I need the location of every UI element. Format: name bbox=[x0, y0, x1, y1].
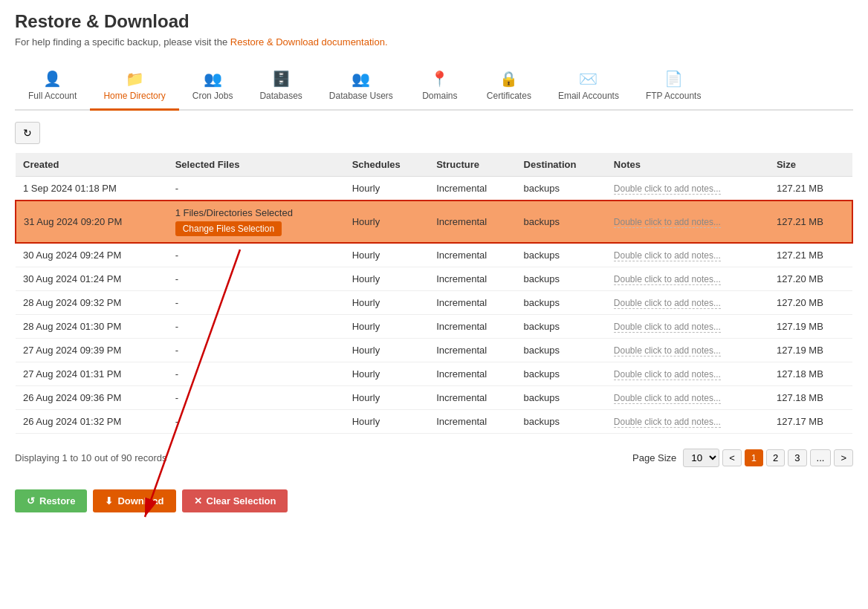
tab-database-users[interactable]: 👥Database Users bbox=[316, 62, 407, 111]
pagination-area: Displaying 1 to 10 out of 90 records Pag… bbox=[15, 445, 853, 471]
tab-home-directory[interactable]: 📁Home Directory bbox=[90, 62, 178, 111]
page-1-button[interactable]: 1 bbox=[745, 449, 763, 466]
tab-databases[interactable]: 🗄️Databases bbox=[246, 62, 315, 111]
table-row[interactable]: 26 Aug 2024 01:32 PM-HourlyIncrementalba… bbox=[16, 410, 852, 434]
notes-text[interactable]: Double click to add notes... bbox=[614, 217, 721, 228]
download-icon: ⬇ bbox=[105, 495, 113, 507]
tab-cron-jobs[interactable]: 👥Cron Jobs bbox=[179, 62, 247, 111]
ftp-accounts-icon: 📄 bbox=[664, 70, 683, 88]
cell-structure: Incremental bbox=[429, 315, 516, 339]
page-3-button[interactable]: 3 bbox=[788, 449, 806, 466]
tab-full-account[interactable]: 👤Full Account bbox=[15, 62, 90, 111]
cell-selected-files: - bbox=[168, 410, 345, 434]
cell-created: 1 Sep 2024 01:18 PM bbox=[16, 177, 168, 201]
cell-notes[interactable]: Double click to add notes... bbox=[606, 386, 769, 410]
cell-created: 28 Aug 2024 09:32 PM bbox=[16, 291, 168, 315]
database-users-label: Database Users bbox=[329, 91, 393, 101]
databases-icon: 🗄️ bbox=[272, 70, 291, 88]
cell-created: 28 Aug 2024 01:30 PM bbox=[16, 315, 168, 339]
page-2-button[interactable]: 2 bbox=[766, 449, 785, 466]
download-button[interactable]: ⬇ Download bbox=[93, 489, 175, 512]
col-selected-files: Selected Files bbox=[168, 153, 345, 177]
cell-created: 27 Aug 2024 01:31 PM bbox=[16, 362, 168, 386]
col-created: Created bbox=[16, 153, 168, 177]
table-row[interactable]: 28 Aug 2024 09:32 PM-HourlyIncrementalba… bbox=[16, 291, 852, 315]
cell-notes[interactable]: Double click to add notes... bbox=[606, 267, 769, 291]
cell-size: 127.19 MB bbox=[769, 315, 852, 339]
table-row[interactable]: 1 Sep 2024 01:18 PM-HourlyIncrementalbac… bbox=[16, 177, 852, 201]
cron-jobs-label: Cron Jobs bbox=[192, 91, 233, 101]
cell-notes[interactable]: Double click to add notes... bbox=[606, 243, 769, 267]
full-account-label: Full Account bbox=[28, 91, 77, 101]
cell-selected-files: - bbox=[168, 267, 345, 291]
cell-destination: backups bbox=[516, 315, 606, 339]
page-title: Restore & Download bbox=[15, 11, 853, 32]
cell-size: 127.18 MB bbox=[769, 362, 852, 386]
page-size-label: Page Size bbox=[632, 452, 676, 463]
notes-text[interactable]: Double click to add notes... bbox=[614, 369, 721, 380]
table-row[interactable]: 27 Aug 2024 01:31 PM-HourlyIncrementalba… bbox=[16, 362, 852, 386]
next-page-button[interactable]: > bbox=[834, 449, 853, 466]
tab-certificates[interactable]: 🔒Certificates bbox=[473, 62, 545, 111]
page-ellipsis: ... bbox=[810, 449, 832, 466]
page-size-select[interactable]: 10 25 50 bbox=[683, 449, 719, 467]
cell-notes[interactable]: Double click to add notes... bbox=[606, 339, 769, 362]
cell-size: 127.21 MB bbox=[769, 201, 852, 243]
notes-text[interactable]: Double click to add notes... bbox=[614, 298, 721, 309]
cell-selected-files[interactable]: 1 Files/Directories SelectedChange Files… bbox=[168, 201, 345, 243]
database-users-icon: 👥 bbox=[352, 70, 370, 88]
cell-selected-files: - bbox=[168, 362, 345, 386]
restore-button[interactable]: ↺ Restore bbox=[15, 489, 87, 512]
table-row[interactable]: 30 Aug 2024 09:24 PM-HourlyIncrementalba… bbox=[16, 243, 852, 267]
domains-label: Domains bbox=[422, 91, 457, 101]
tab-domains[interactable]: 📍Domains bbox=[407, 62, 473, 111]
home-directory-icon: 📁 bbox=[126, 70, 144, 88]
cell-notes[interactable]: Double click to add notes... bbox=[606, 410, 769, 434]
cell-size: 127.20 MB bbox=[769, 291, 852, 315]
cell-selected-files: - bbox=[168, 339, 345, 362]
cell-destination: backups bbox=[516, 386, 606, 410]
cell-selected-files: - bbox=[168, 315, 345, 339]
table-row[interactable]: 28 Aug 2024 01:30 PM-HourlyIncrementalba… bbox=[16, 315, 852, 339]
cell-size: 127.18 MB bbox=[769, 386, 852, 410]
notes-text[interactable]: Double click to add notes... bbox=[614, 417, 721, 428]
cell-notes[interactable]: Double click to add notes... bbox=[606, 291, 769, 315]
email-accounts-icon: ✉️ bbox=[579, 70, 597, 88]
clear-selection-button[interactable]: ✕ Clear Selection bbox=[182, 489, 288, 512]
tab-bar: 👤Full Account📁Home Directory👥Cron Jobs🗄️… bbox=[15, 62, 853, 111]
restore-icon: ↺ bbox=[27, 495, 35, 507]
help-link[interactable]: Restore & Download documentation. bbox=[230, 36, 388, 48]
notes-text[interactable]: Double click to add notes... bbox=[614, 322, 721, 333]
table-row[interactable]: 31 Aug 2024 09:20 PM1 Files/Directories … bbox=[16, 201, 852, 243]
cell-size: 127.19 MB bbox=[769, 339, 852, 362]
notes-text[interactable]: Double click to add notes... bbox=[614, 250, 721, 261]
cell-size: 127.17 MB bbox=[769, 410, 852, 434]
notes-text[interactable]: Double click to add notes... bbox=[614, 183, 721, 195]
cell-schedules: Hourly bbox=[345, 362, 430, 386]
domains-icon: 📍 bbox=[430, 70, 449, 88]
notes-text[interactable]: Double click to add notes... bbox=[614, 393, 721, 404]
tab-email-accounts[interactable]: ✉️Email Accounts bbox=[545, 62, 632, 111]
table-row[interactable]: 30 Aug 2024 01:24 PM-HourlyIncrementalba… bbox=[16, 267, 852, 291]
backup-table: CreatedSelected FilesSchedulesStructureD… bbox=[15, 153, 853, 434]
cell-notes[interactable]: Double click to add notes... bbox=[606, 362, 769, 386]
cell-destination: backups bbox=[516, 243, 606, 267]
notes-text[interactable]: Double click to add notes... bbox=[614, 345, 721, 356]
col-structure: Structure bbox=[429, 153, 516, 177]
table-row[interactable]: 26 Aug 2024 09:36 PM-HourlyIncrementalba… bbox=[16, 386, 852, 410]
cell-size: 127.20 MB bbox=[769, 267, 852, 291]
cell-notes[interactable]: Double click to add notes... bbox=[606, 315, 769, 339]
prev-page-button[interactable]: < bbox=[722, 449, 742, 466]
cell-notes[interactable]: Double click to add notes... bbox=[606, 177, 769, 201]
cell-notes[interactable]: Double click to add notes... bbox=[606, 201, 769, 243]
clear-icon: ✕ bbox=[194, 495, 202, 507]
selected-files-count: 1 Files/Directories Selected bbox=[175, 207, 337, 218]
cell-created: 27 Aug 2024 09:39 PM bbox=[16, 339, 168, 362]
change-files-button[interactable]: Change Files Selection bbox=[175, 221, 282, 236]
refresh-button[interactable]: ↻ bbox=[15, 122, 40, 144]
tab-ftp-accounts[interactable]: 📄FTP Accounts bbox=[632, 62, 714, 111]
notes-text[interactable]: Double click to add notes... bbox=[614, 274, 721, 285]
cell-selected-files: - bbox=[168, 291, 345, 315]
help-text: For help finding a specific backup, plea… bbox=[15, 36, 853, 48]
table-row[interactable]: 27 Aug 2024 09:39 PM-HourlyIncrementalba… bbox=[16, 339, 852, 362]
